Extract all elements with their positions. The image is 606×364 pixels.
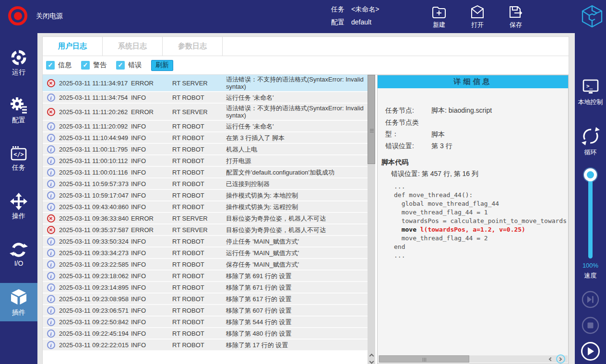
info-icon: i (47, 329, 55, 338)
log-card: 用户日志 系统日志 参数日志 ✓ 信息 ✓ 警告 ✓ 错误 刷新 ✕2025-0… (42, 36, 569, 364)
save-button-label: 保存 (510, 21, 522, 29)
vertical-scrollbar[interactable] (368, 75, 375, 364)
code-line: def move_thread_44(): (394, 191, 568, 200)
loop-button[interactable] (575, 125, 606, 147)
checkbox-warning[interactable]: ✓ 警告 (81, 61, 107, 70)
save-button[interactable]: 保存 (497, 4, 535, 31)
scroll-up-button[interactable] (368, 352, 375, 358)
log-source: RT ROBOT (172, 341, 226, 349)
table-row[interactable]: i2025-03-11 11:00:11:795INFORT ROBOT机器人上… (43, 144, 368, 155)
error-icon: ✕ (47, 79, 55, 87)
log-source: RT ROBOT (172, 238, 226, 245)
table-row[interactable]: i2025-03-11 10:59:17:047INFORT ROBOT操作模式… (43, 190, 368, 201)
code-line: end (394, 243, 568, 251)
scroll-left-button[interactable] (547, 356, 554, 362)
table-row[interactable]: i2025-03-11 11:10:44:949INFORT ROBOT在第 3… (43, 132, 368, 144)
table-row[interactable]: i2025-03-11 09:23:06:571INFORT ROBOT移除了第… (43, 305, 368, 317)
log-msg: 移除了第 671 行的 设置 (226, 283, 368, 292)
open-file-icon (469, 4, 486, 20)
sidebar-item-io[interactable]: I/O (0, 235, 37, 273)
speed-label: 速度 (575, 271, 606, 280)
log-level: ERROR (131, 215, 172, 222)
checkbox-checked-icon: ✓ (116, 61, 125, 70)
speed-percent: 100% (575, 262, 606, 269)
table-row[interactable]: i2025-03-11 10:59:57:373INFORT ROBOT已连接到… (43, 178, 368, 190)
scrollbar-thumb[interactable] (379, 355, 469, 363)
open-button[interactable]: 打开 (458, 4, 497, 31)
table-row[interactable]: i2025-03-11 09:22:50:842INFORT ROBOT移除了第… (43, 317, 368, 328)
run-icon (10, 48, 28, 67)
table-row[interactable]: i2025-03-11 11:00:01:116INFORT ROBOT配置文件… (43, 167, 368, 178)
table-row[interactable]: ✕2025-03-11 11:11:34:917ERRORRT SERVER语法… (43, 75, 368, 92)
checkbox-error[interactable]: ✓ 错误 (116, 61, 142, 70)
table-row[interactable]: i2025-03-11 09:23:18:062INFORT ROBOT移除了第… (43, 270, 368, 282)
power-label[interactable]: 关闭电源 (36, 12, 63, 21)
local-control-button[interactable]: >_ (575, 78, 606, 97)
speed-slider-track[interactable] (588, 174, 593, 258)
top-bar: 关闭电源 任务 <未命名> 配置 default 新建 打开 (0, 0, 606, 33)
log-level: INFO (131, 94, 172, 101)
task-label: 任务 (331, 4, 351, 17)
save-icon (508, 4, 524, 20)
power-icon[interactable] (8, 6, 27, 25)
log-time: 2025-03-11 09:23:18:062 (59, 272, 131, 280)
tab-user-log[interactable]: 用户日志 (43, 37, 103, 56)
table-row[interactable]: i2025-03-11 11:00:10:112INFORT ROBOT打开电源 (43, 155, 368, 167)
chevron-up-icon (369, 353, 374, 358)
detail-field: 任务节点类型：脚本 (385, 117, 568, 140)
log-time: 2025-03-11 11:11:20:262 (59, 108, 131, 116)
stop-button[interactable] (582, 317, 599, 334)
table-row[interactable]: i2025-03-11 09:22:22:015INFORT ROBOT移除了第… (43, 340, 368, 351)
log-msg: 目标位姿为奇异位姿，机器人不可达 (226, 214, 368, 223)
info-icon: i (47, 306, 55, 315)
sidebar-item-run[interactable]: 运行 (0, 43, 37, 82)
table-row[interactable]: i2025-03-11 09:43:40:860INFORT ROBOT操作模式… (43, 201, 368, 213)
log-source: RT ROBOT (172, 94, 226, 101)
detail-field: 任务节点:脚本: biaoding.script (385, 105, 568, 117)
play-button[interactable] (581, 341, 600, 361)
step-button[interactable] (582, 291, 599, 308)
sidebar-item-config[interactable]: 配置 (0, 91, 37, 129)
tab-param-log[interactable]: 参数日志 (163, 37, 223, 56)
speed-slider-handle[interactable] (584, 168, 597, 181)
table-row[interactable]: i2025-03-11 09:22:45:194INFORT ROBOT移除了第… (43, 328, 368, 340)
log-msg: 在第 3 行插入了 脚本 (226, 133, 368, 142)
table-row[interactable]: i2025-03-11 11:11:20:092INFORT ROBOT运行任务… (43, 121, 368, 132)
table-row[interactable]: i2025-03-11 09:23:14:895INFORT ROBOT移除了第… (43, 282, 368, 294)
new-button[interactable]: 新建 (420, 4, 458, 31)
table-row[interactable]: i2025-03-11 09:23:08:958INFORT ROBOT移除了第… (43, 294, 368, 305)
log-time: 2025-03-11 11:11:20:092 (59, 123, 131, 130)
field-value: 脚本 (431, 130, 445, 138)
sidebar-item-plugin[interactable]: 插件 (0, 283, 37, 321)
table-row[interactable]: ✕2025-03-11 09:36:33:840ERRORRT SERVER目标… (43, 213, 368, 224)
table-row[interactable]: i2025-03-11 11:11:34:754INFORT ROBOT运行任务… (43, 92, 368, 104)
horizontal-scrollbar[interactable] (378, 355, 568, 363)
table-row[interactable]: ✕2025-03-11 09:35:37:587ERRORRT SERVER目标… (43, 224, 368, 236)
skip-next-icon (582, 291, 599, 308)
tab-system-log[interactable]: 系统日志 (103, 37, 163, 56)
log-level: INFO (131, 318, 172, 326)
table-row[interactable]: ✕2025-03-11 11:11:20:262ERRORRT SERVER语法… (43, 104, 368, 121)
table-row[interactable]: i2025-03-11 09:23:22:585INFORT ROBOT保存任务… (43, 259, 368, 270)
topbar-actions: 新建 打开 保存 (420, 4, 535, 31)
sidebar-item-task[interactable]: </> 任务 (0, 139, 37, 177)
checkbox-info[interactable]: ✓ 信息 (46, 61, 71, 70)
checkbox-label: 警告 (93, 61, 107, 70)
stop-icon (582, 317, 599, 334)
log-time: 2025-03-11 09:33:34:273 (59, 249, 131, 257)
right-sidebar: >_ 本地控制 循环 100% 速度 (575, 33, 606, 364)
field-label: 任务节点类型： (385, 117, 431, 140)
scroll-down-button[interactable] (368, 360, 375, 364)
refresh-button[interactable]: 刷新 (151, 60, 173, 71)
log-level: INFO (131, 180, 172, 188)
scrollbar-thumb[interactable] (368, 75, 375, 164)
svg-text:>_: >_ (586, 83, 593, 89)
table-row[interactable]: i2025-03-11 09:33:34:273INFORT ROBOT运行任务… (43, 247, 368, 259)
table-row[interactable]: i2025-03-11 09:33:50:324INFORT ROBOT停止任务… (43, 236, 368, 247)
log-msg: 配置文件'default.configuration'加载成功 (226, 168, 368, 177)
detail-field: 错误位置:第 3 行 (385, 140, 568, 152)
log-msg: 移除了第 607 行的 设置 (226, 306, 368, 315)
log-level: INFO (131, 295, 172, 303)
log-msg: 语法错误：不支持的语法格式(SyntaxError: Invalid synta… (226, 75, 368, 91)
sidebar-item-operate[interactable]: 操作 (0, 187, 37, 225)
